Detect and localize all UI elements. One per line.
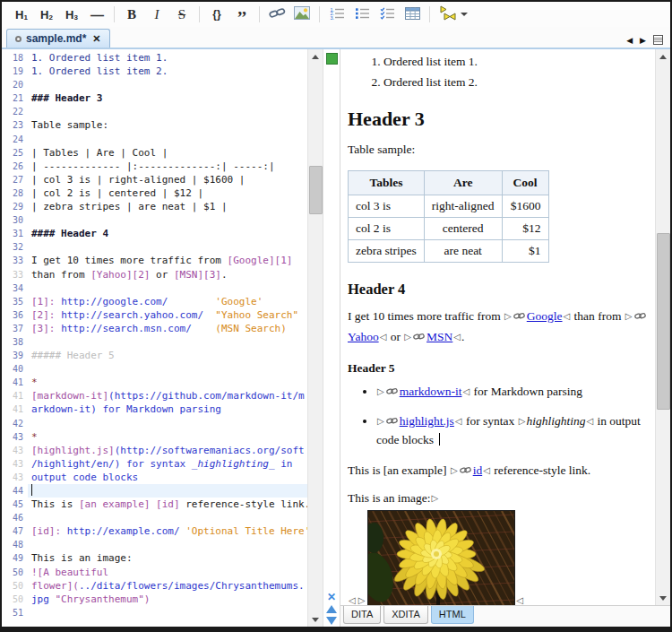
line-number: 27	[2, 173, 28, 186]
preview-link[interactable]: id	[473, 463, 483, 477]
preview-link[interactable]: highlight.js	[400, 414, 454, 428]
line-number: 43	[2, 457, 28, 471]
close-tab-icon[interactable]: ✕	[92, 33, 100, 45]
preview-header3: Header 3	[348, 108, 651, 131]
tab-list-icon[interactable]	[653, 35, 663, 45]
preview-link[interactable]: markdown-it	[400, 385, 462, 398]
task-list-button[interactable]	[376, 4, 398, 24]
table-cell: $1	[502, 240, 548, 263]
close-split-icon[interactable]: ✕	[327, 593, 336, 602]
dropdown-caret-icon	[461, 13, 468, 16]
pane-divider[interactable]: ✕	[323, 49, 340, 627]
italic-button[interactable]: I	[146, 4, 168, 24]
tag-open-marker: ▷	[403, 332, 412, 342]
heading2-label: H	[40, 8, 48, 22]
preview-link[interactable]: Google	[527, 309, 563, 323]
insert-image-button[interactable]	[291, 4, 313, 24]
tag-close-marker: ◁	[454, 416, 463, 426]
preview-scrollbar[interactable]	[655, 49, 670, 605]
image-icon	[294, 6, 310, 22]
tag-open-marker: ▷	[376, 416, 385, 426]
heading1-button[interactable]: H1	[11, 4, 32, 24]
image-wrap: ◁ ▷ ◁	[367, 510, 513, 605]
preview-pane: Ordered list item 1. Ordered list item 2…	[340, 49, 670, 627]
code-button[interactable]: {}	[206, 4, 228, 24]
strikethrough-button[interactable]: S	[171, 4, 193, 24]
app-window: H1 H2 H3 — B I S {} ’’ 1.2.3.	[0, 0, 672, 632]
editor-line: 191. Ordered list item 2.	[2, 65, 307, 78]
heading3-button[interactable]: H3	[61, 4, 82, 24]
tab-navigation: ◀ ▶	[626, 35, 670, 48]
ordered-list-button[interactable]: 1.2.3.	[326, 4, 348, 24]
code-icon: {}	[212, 8, 220, 21]
line-number: 41	[2, 389, 28, 403]
scroll-up-icon[interactable]	[308, 49, 323, 64]
document-tabbar: sample.md* ✕ ◀ ▶	[2, 27, 670, 49]
tab-dita[interactable]: DITA	[343, 606, 381, 624]
editor-line: 27| col 3 is | right-aligned | $1600 |	[2, 173, 307, 186]
blockquote-button[interactable]: ’’	[231, 4, 253, 24]
heading2-button[interactable]: H2	[36, 4, 57, 24]
line-number: 50	[2, 566, 28, 579]
source-code-area[interactable]: 181. Ordered list item 1.191. Ordered li…	[2, 49, 307, 627]
editor-scrollbar-thumb[interactable]	[309, 166, 323, 214]
heading1-label: H	[15, 8, 23, 22]
link-icon	[413, 327, 425, 347]
scroll-up-icon[interactable]	[656, 49, 670, 64]
bold-button[interactable]: B	[121, 4, 142, 24]
table-cell: $1600	[502, 195, 548, 218]
scroll-tabs-right-icon[interactable]: ▶	[640, 36, 646, 45]
editor-line: 50![A beautiful	[2, 566, 307, 579]
preview-scrollbar-thumb[interactable]	[657, 233, 670, 410]
editor-line: 43output code blocks	[2, 471, 307, 484]
line-number: 41	[2, 403, 28, 416]
preview-wrap: Ordered list item 1. Ordered list item 2…	[340, 49, 670, 605]
toolbar-separator	[259, 6, 260, 22]
svg-text:3.: 3.	[330, 14, 334, 20]
line-number: 48	[2, 538, 28, 551]
tag-open-marker: ▷	[504, 311, 513, 321]
editor-line: 49This is an image:	[2, 551, 307, 565]
tag-close-marker: ◁	[515, 595, 524, 605]
validation-status-indicator[interactable]	[326, 53, 338, 65]
blockquote-icon: ’’	[237, 15, 246, 21]
line-number: 40	[2, 362, 28, 376]
editor-line: 45This is [an example] [id] reference-st…	[2, 498, 307, 511]
collapse-down-icon[interactable]	[326, 617, 337, 625]
tag-close-marker: ◁	[585, 416, 594, 426]
tab-html[interactable]: HTML	[431, 606, 474, 624]
horizontal-rule-button[interactable]: —	[86, 4, 108, 24]
link-icon	[513, 307, 525, 326]
table-intro-paragraph: Table sample:	[348, 140, 651, 160]
tab-sample-md[interactable]: sample.md* ✕	[6, 29, 110, 48]
list-item: ▷markdown-it◁ for Markdown parsing	[376, 383, 651, 402]
insert-link-button[interactable]	[266, 4, 288, 24]
line-number: 33	[2, 254, 28, 267]
output-format-tabs: DITA XDITA HTML	[340, 605, 670, 627]
editor-line: 34	[2, 281, 307, 295]
editor-line: 47[id]: http://example.com/ 'Optional Ti…	[2, 524, 307, 538]
preview-link[interactable]: MSN	[426, 330, 452, 343]
preview-header4: Header 4	[348, 281, 651, 299]
insert-table-button[interactable]	[401, 4, 423, 24]
formatting-toolbar: H1 H2 H3 — B I S {} ’’ 1.2.3.	[2, 2, 670, 27]
collapse-up-icon[interactable]	[326, 605, 337, 613]
tab-xdita[interactable]: XDITA	[383, 606, 428, 624]
toolbar-separator	[114, 6, 115, 22]
line-number: 26	[2, 160, 28, 173]
scroll-down-icon[interactable]	[308, 612, 323, 627]
unordered-list-button[interactable]	[351, 4, 373, 24]
table-cell: right-aligned	[424, 195, 502, 218]
scroll-down-icon[interactable]	[656, 591, 670, 605]
table-cell: col 3 is	[349, 195, 425, 218]
toolbar-separator	[429, 6, 430, 22]
strikethrough-icon: S	[178, 7, 185, 22]
line-number: 20	[2, 78, 28, 91]
table-header-cell: Cool	[502, 171, 548, 195]
scroll-tabs-left-icon[interactable]: ◀	[626, 36, 633, 45]
preview-link[interactable]: Yahoo	[348, 330, 379, 343]
editor-scrollbar[interactable]	[307, 49, 323, 627]
bold-icon: B	[127, 7, 136, 22]
dita-markers-button[interactable]	[436, 4, 470, 24]
link-icon	[386, 383, 398, 402]
